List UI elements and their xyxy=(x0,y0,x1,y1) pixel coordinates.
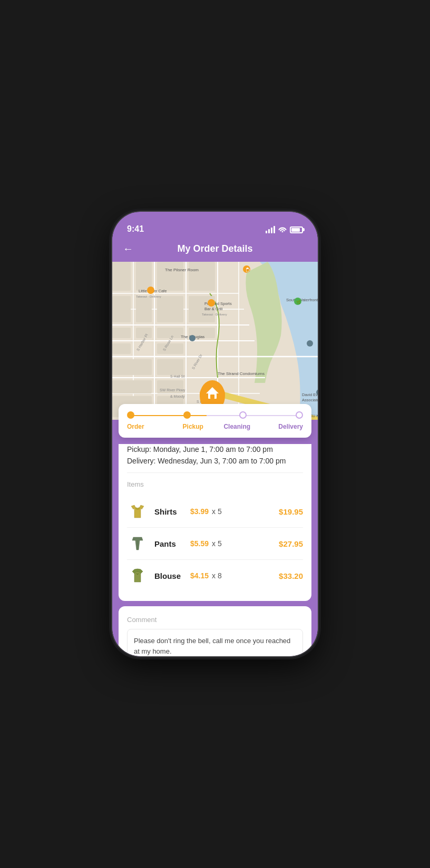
item-row-blouse: Blouse $4.15 x 8 $33.20 xyxy=(127,560,303,591)
step-label-pickup: Pickup xyxy=(171,423,216,430)
status-time: 9:41 xyxy=(127,224,144,234)
svg-text:🌿: 🌿 xyxy=(296,300,301,304)
svg-text:The Strand Condomiums: The Strand Condomiums xyxy=(218,371,265,376)
svg-rect-32 xyxy=(189,262,215,291)
svg-rect-18 xyxy=(112,343,131,354)
wifi-icon xyxy=(278,225,287,234)
item-total-pants: $27.95 xyxy=(279,539,303,548)
item-price-pants: $5.59 xyxy=(190,539,209,548)
step-dot-delivery xyxy=(296,411,303,419)
svg-rect-15 xyxy=(112,262,131,291)
svg-rect-29 xyxy=(157,359,183,375)
comment-text: Please don't ring the bell, call me once… xyxy=(127,629,303,656)
svg-text:& Moody: & Moody xyxy=(170,394,185,399)
step-dot-pickup xyxy=(183,411,191,419)
svg-rect-25 xyxy=(157,262,183,291)
signal-icon xyxy=(266,226,275,233)
item-price-blouse: $4.15 xyxy=(190,571,209,580)
item-price-shirts: $3.99 xyxy=(190,507,209,516)
step-label-order: Order xyxy=(127,423,171,430)
status-bar: 9:41 xyxy=(112,212,318,238)
step-label-delivery: Delivery xyxy=(259,423,304,430)
tracker-wrapper: Order Pickup Cleaning Delivery xyxy=(112,404,318,444)
svg-text:Takeout · Delivery: Takeout · Delivery xyxy=(202,313,227,316)
svg-rect-26 xyxy=(157,296,183,322)
step-label-cleaning: Cleaning xyxy=(215,423,259,430)
progress-tracker-card: Order Pickup Cleaning Delivery xyxy=(119,404,311,438)
item-name-pants: Pants xyxy=(154,539,186,548)
item-row-pants: Pants $5.59 x 5 $27.95 xyxy=(127,528,303,560)
divider-1 xyxy=(127,472,303,473)
svg-text:Bar & Grill: Bar & Grill xyxy=(204,307,223,311)
comment-card: Comment Please don't ring the bell, call… xyxy=(119,606,311,656)
schedule-card: Pickup: Monday, June 1, 7:00 am to 7:00 … xyxy=(119,436,311,601)
svg-rect-16 xyxy=(112,296,131,322)
svg-text:The Pilsner Room: The Pilsner Room xyxy=(165,268,199,272)
item-row-shirts: Shirts $3.99 x 5 $19.95 xyxy=(127,496,303,528)
item-qty-shirts: x 5 xyxy=(212,507,222,516)
svg-rect-22 xyxy=(112,359,152,375)
svg-point-62 xyxy=(208,299,215,307)
shirt-icon xyxy=(127,501,148,522)
svg-text:S Hall St: S Hall St xyxy=(170,374,184,378)
svg-text:Associates, Inc: Associates, Inc xyxy=(302,398,318,402)
step-dot-order xyxy=(127,411,134,419)
back-button[interactable]: ← xyxy=(123,243,133,255)
item-qty-blouse: x 8 xyxy=(212,571,222,580)
svg-rect-77 xyxy=(210,394,214,399)
status-icons xyxy=(266,225,303,234)
step-dot-cleaning xyxy=(239,411,247,419)
battery-icon xyxy=(290,226,303,233)
item-total-blouse: $33.20 xyxy=(279,571,303,580)
scroll-area[interactable]: S River Dr S Harbor Pl S Rose Ln S Hall … xyxy=(112,262,318,656)
svg-rect-20 xyxy=(136,296,152,322)
svg-point-61 xyxy=(147,287,154,294)
map-svg: S River Dr S Harbor Pl S Rose Ln S Hall … xyxy=(112,262,318,420)
svg-text:Takeout · Delivery: Takeout · Delivery xyxy=(136,295,161,298)
svg-rect-17 xyxy=(112,328,131,338)
blouse-icon xyxy=(127,565,148,586)
delivery-text: Delivery: Wednesday, Jun 3, 7:00 am to 7… xyxy=(127,457,303,465)
item-qty-pants: x 5 xyxy=(212,539,222,548)
phone-screen: 9:41 ← My Order Details xyxy=(112,212,318,656)
svg-text:SW River Pkwy: SW River Pkwy xyxy=(160,388,185,392)
phone-frame: 9:41 ← My Order Details xyxy=(112,212,318,656)
item-name-shirts: Shirts xyxy=(154,507,186,516)
map-background: S River Dr S Harbor Pl S Rose Ln S Hall … xyxy=(112,262,318,420)
map-section: S River Dr S Harbor Pl S Rose Ln S Hall … xyxy=(112,262,318,430)
svg-rect-23 xyxy=(112,380,152,393)
pickup-text: Pickup: Monday, June 1, 7:00 am to 7:00 … xyxy=(127,445,303,453)
header: ← My Order Details xyxy=(112,238,318,262)
comment-label: Comment xyxy=(127,616,303,624)
header-title: My Order Details xyxy=(177,243,252,254)
svg-text:🍺: 🍺 xyxy=(245,267,250,272)
item-name-blouse: Blouse xyxy=(154,571,186,580)
svg-text:South Waterfront Park: South Waterfront Park xyxy=(286,298,318,302)
item-total-shirts: $19.95 xyxy=(279,507,303,516)
svg-point-66 xyxy=(307,340,313,347)
pants-icon xyxy=(127,533,148,554)
svg-text:David Evans and: David Evans and xyxy=(302,392,318,397)
svg-rect-19 xyxy=(136,262,152,291)
items-section-label: Items xyxy=(127,480,303,488)
svg-rect-28 xyxy=(157,343,183,354)
svg-point-65 xyxy=(189,335,196,341)
